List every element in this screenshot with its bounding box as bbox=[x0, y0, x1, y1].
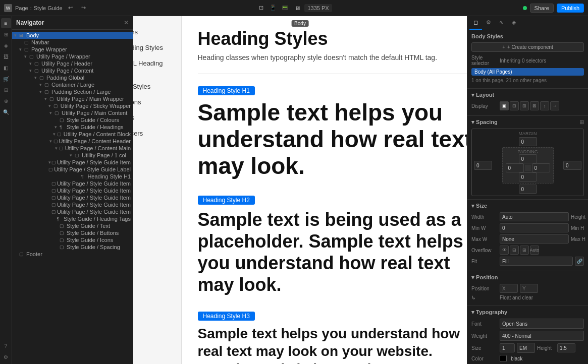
overflow-scroll-btn[interactable]: ⊞ bbox=[520, 246, 529, 255]
tree-item[interactable]: ▾ ▢ Container / Large bbox=[12, 81, 133, 88]
sidebar-icon-search[interactable]: 🔍 bbox=[1, 107, 11, 117]
display-none-btn[interactable]: ↕ bbox=[540, 101, 549, 110]
tree-item[interactable]: ¶ Style Guide / Heading Tags bbox=[12, 215, 133, 222]
tree-item[interactable]: ▾ ▢ Utility Page / Content Header bbox=[12, 138, 133, 145]
undo-icon[interactable]: ↩ bbox=[66, 3, 76, 13]
display-auto-btn[interactable]: → bbox=[550, 101, 559, 110]
min-w-input[interactable] bbox=[500, 223, 569, 232]
tab-more[interactable]: ◈ bbox=[508, 16, 520, 30]
max-w-input[interactable] bbox=[500, 234, 569, 244]
margin-right-input[interactable] bbox=[563, 161, 581, 170]
margin-left-input[interactable] bbox=[474, 161, 492, 170]
tab-interactions[interactable]: ∿ bbox=[495, 16, 508, 30]
share-button[interactable]: Share bbox=[530, 4, 554, 13]
breakpoint-mobile-icon[interactable]: 📱 bbox=[268, 3, 278, 13]
font-select[interactable]: Open Sans bbox=[500, 319, 584, 329]
sidebar-icon-assets[interactable]: 🖼 bbox=[1, 51, 11, 62]
preview-icon[interactable]: ⊡ bbox=[256, 3, 266, 13]
display-flex-btn[interactable]: ⊟ bbox=[510, 101, 519, 110]
max-h-label: Max H bbox=[571, 236, 588, 242]
create-component-button[interactable]: + + Create component bbox=[471, 42, 584, 52]
tree-item[interactable]: ▾ ▢ Utility Page / Content Main bbox=[12, 145, 133, 152]
tree-item[interactable]: ▢ Style Guide / Buttons bbox=[12, 229, 133, 236]
overflow-hidden-btn[interactable]: ⊟ bbox=[510, 246, 519, 255]
tree-item[interactable]: ▾ ▢ Utility Page / Wrapper bbox=[12, 53, 133, 60]
tree-item[interactable]: ▢ Utility Page / Style Guide Item bbox=[12, 208, 133, 215]
tree-item[interactable]: ▾ ▢ Utility Page / Sticky Wrapper bbox=[12, 102, 133, 109]
styleguide-nav-item[interactable]: Buttons bbox=[133, 94, 181, 110]
sidebar-icon-help[interactable]: ? bbox=[1, 341, 11, 351]
tree-item[interactable]: ▢ Utility Page / Style Guide Item bbox=[12, 201, 133, 208]
status-dot bbox=[523, 6, 527, 10]
tree-item[interactable]: ▾ ▢ Utility Page / Style Guide Item bbox=[12, 159, 133, 166]
display-inline-btn[interactable]: ⊠ bbox=[530, 101, 539, 110]
sidebar-icon-navigator[interactable]: ≡ bbox=[1, 18, 11, 28]
tree-item[interactable]: ▢ Utility Page / Style Guide Item bbox=[12, 187, 133, 194]
sidebar-icon-pages[interactable]: ⊞ bbox=[1, 29, 11, 39]
overflow-auto-btn[interactable]: Auto bbox=[530, 246, 539, 255]
styleguide-nav-item[interactable]: Spacers bbox=[133, 126, 181, 141]
tree-item[interactable]: ¶ Heading Style H1 bbox=[12, 173, 133, 180]
tree-item[interactable]: ▾ ▢ Utility Page / Content Block bbox=[12, 131, 133, 138]
sidebar-icon-cms[interactable]: ◧ bbox=[1, 63, 11, 73]
tree-item[interactable]: ▾ ¶ Style Guide / Headings bbox=[12, 124, 133, 131]
overflow-visible-btn[interactable]: 👁 bbox=[500, 246, 509, 255]
display-grid-btn[interactable]: ⊞ bbox=[520, 101, 529, 110]
tree-item[interactable]: ▢ Style Guide / Text bbox=[12, 222, 133, 229]
color-swatch[interactable] bbox=[500, 355, 507, 362]
styleguide-nav-item[interactable]: Heading Styles bbox=[133, 40, 181, 55]
tree-item[interactable]: ▢ Style Guide / Spacing bbox=[12, 244, 133, 251]
tree-item[interactable]: ▾ ▢ Utility Page / Main Content bbox=[12, 109, 133, 116]
padding-top-input[interactable] bbox=[519, 154, 537, 163]
navigator-close-icon[interactable]: ✕ bbox=[124, 19, 129, 26]
tree-item[interactable]: ▾ ▢ Utility Page / 1 col bbox=[12, 152, 133, 159]
styleguide-nav-item[interactable]: Colors bbox=[133, 24, 181, 40]
tree-item[interactable]: ▢ Utility Page / Style Guide Item bbox=[12, 194, 133, 201]
fit-link-btn[interactable]: 🔗 bbox=[575, 257, 584, 266]
tree-item[interactable]: ▾ ▢ Utility Page / Content bbox=[12, 67, 133, 74]
font-size-input[interactable] bbox=[500, 343, 515, 352]
weight-select[interactable]: 400 - Normal bbox=[500, 331, 584, 341]
breakpoint-tablet-icon[interactable]: 📟 bbox=[280, 3, 290, 13]
fit-input[interactable] bbox=[500, 257, 573, 266]
tree-item[interactable]: ▾ ▢ Padding Global bbox=[12, 74, 133, 81]
tree-item[interactable]: ▢ Style Guide / Colours bbox=[12, 116, 133, 124]
styleguide-nav-item[interactable]: Text Styles bbox=[133, 79, 181, 94]
publish-button[interactable]: Publish bbox=[557, 4, 584, 13]
tree-item[interactable]: ▢ Utility Page / Style Guide Item bbox=[12, 180, 133, 187]
position-x-input[interactable] bbox=[500, 284, 518, 293]
sidebar-icon-components[interactable]: ◈ bbox=[1, 40, 11, 50]
tree-item[interactable]: ▢ Footer bbox=[12, 251, 133, 258]
tree-item[interactable]: ▾ ⊞ Body bbox=[12, 32, 133, 39]
padding-bottom-input[interactable] bbox=[519, 172, 537, 181]
sidebar-icon-forms[interactable]: ⊟ bbox=[1, 85, 11, 95]
display-block-btn[interactable]: ▣ bbox=[500, 101, 509, 110]
line-height-input[interactable] bbox=[557, 343, 575, 352]
redo-icon[interactable]: ↪ bbox=[79, 3, 89, 13]
tree-item[interactable]: ▢ Utility Page / Style Guide Label bbox=[12, 166, 133, 173]
selector-badge[interactable]: Body (All Pages) bbox=[471, 68, 584, 76]
tree-item[interactable]: ▾ ▢ Padding Section / Large bbox=[12, 88, 133, 95]
styleguide-nav-item[interactable]: HTML Heading Tags bbox=[133, 55, 181, 79]
padding-right-input[interactable] bbox=[532, 163, 550, 172]
width-input[interactable] bbox=[500, 212, 569, 221]
margin-bottom-input[interactable] bbox=[519, 185, 537, 194]
tree-item[interactable]: ▢ Style Guide / Icons bbox=[12, 236, 133, 244]
sidebar-icon-apps[interactable]: ⊕ bbox=[1, 96, 11, 106]
tree-item[interactable]: ▾ ▢ Page Wrapper bbox=[12, 46, 133, 53]
padding-left-input[interactable] bbox=[506, 163, 524, 172]
typography-section: ▾ Typography Font Open Sans Weight 400 -… bbox=[467, 306, 588, 364]
sidebar-icon-ecomm[interactable]: 🛒 bbox=[1, 74, 11, 84]
spacing-expand-icon[interactable]: ⊞ bbox=[579, 119, 584, 126]
tab-settings[interactable]: ⚙ bbox=[482, 16, 495, 30]
breakpoint-desktop-icon[interactable]: 🖥 bbox=[292, 3, 302, 13]
margin-top-input[interactable] bbox=[519, 137, 537, 146]
tree-item[interactable]: ▾ ▢ Utility Page / Main Wrapper bbox=[12, 95, 133, 102]
sidebar-icon-settings[interactable]: ⚙ bbox=[1, 352, 11, 362]
styleguide-nav-item[interactable]: Icons bbox=[133, 110, 181, 126]
tree-item[interactable]: ▾ ▢ Utility Page / Header bbox=[12, 60, 133, 67]
size-unit-select[interactable]: EM bbox=[517, 343, 535, 353]
position-y-input[interactable] bbox=[520, 284, 538, 293]
tab-style[interactable]: ◻ bbox=[469, 16, 482, 30]
tree-item[interactable]: ▢ Navbar bbox=[12, 39, 133, 46]
